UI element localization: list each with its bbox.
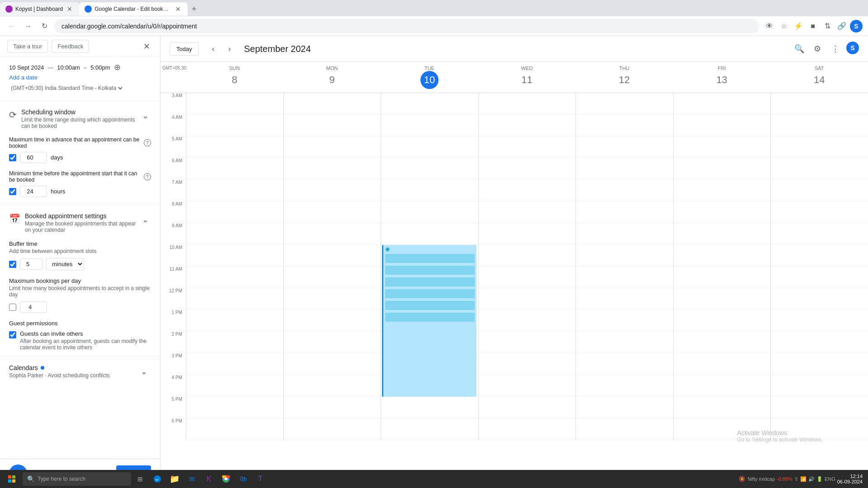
guests-invite-checkbox[interactable] [9,331,16,338]
time-slot-3pm: 3 PM [160,353,186,375]
tab-title-kopyst: Kopyst | Dashboard [15,6,63,12]
taskbar-search[interactable]: 🔍 Type here to search [23,472,131,486]
time-separator: — [47,64,53,71]
tab-kopyst[interactable]: Kopyst | Dashboard ✕ [0,2,79,16]
cal-next-button[interactable]: › [222,42,237,56]
speaker-icon[interactable]: 🔊 [808,476,815,482]
start-button[interactable] [2,471,22,487]
tab-gcal[interactable]: Google Calendar - Edit bookab... ✕ [79,2,188,16]
cal-profile-avatar[interactable]: S [846,42,859,54]
timezone-select[interactable]: (GMT+05:30) India Standard Time - Kolkat… [9,83,124,94]
profile-avatar[interactable]: S [850,20,863,33]
edge-browser-icon[interactable] [149,471,165,487]
max-bookings-checkbox[interactable] [9,304,16,311]
cal-col-mon [283,93,381,440]
chevron-up-icon[interactable]: ⇧ [794,476,798,482]
time-range-end: 5:00pm [90,64,110,71]
cal-day-wed: WED 11 [478,62,576,93]
settings-icon[interactable]: ⚙ [810,42,825,56]
take-tour-button[interactable]: Take a tour [7,40,48,53]
tab-close-gcal[interactable]: ✕ [174,5,182,13]
file-explorer-icon[interactable]: 📁 [166,471,183,487]
cal-prev-button[interactable]: ‹ [206,42,221,56]
min-before-group: Minimum time before the appointment star… [0,167,160,201]
buffer-time-subtitle: Add time between appointment slots [9,248,151,254]
sync-icon[interactable]: ⇅ [821,20,834,33]
cal-header: Today ‹ › September 2024 🔍 ⚙ ⋮ S [160,36,868,62]
cal-day-tue: TUE 10 [381,62,478,93]
new-tab-button[interactable]: + [188,3,200,15]
max-bookings-subtitle: Limit how many booked appointments to ac… [9,285,151,298]
add-time-button[interactable]: ⊕ [114,62,121,72]
min-before-input[interactable] [20,186,47,197]
calendar-area: Today ‹ › September 2024 🔍 ⚙ ⋮ S GMT+05:… [160,36,868,488]
svg-rect-2 [8,479,11,483]
buffer-time-input[interactable] [20,258,42,270]
address-input[interactable] [54,19,760,33]
svg-point-4 [154,475,161,483]
cal-header-actions: 🔍 ⚙ ⋮ S [792,42,859,56]
chrome-icon[interactable] [218,471,234,487]
notification-icon: 🔕 [739,476,745,482]
booked-settings-title: Booked appointment settings [25,212,140,220]
extension-icon-2[interactable]: ■ [807,20,819,33]
network-icon[interactable]: 📶 [800,476,807,482]
main-layout: Take a tour Feedback ✕ 10 Sept 2024 — 10… [0,36,868,488]
time-slot-4am: 4 AM [160,115,186,136]
buffer-time-unit-select[interactable]: minutes hours [46,258,84,270]
clock-date: 06-09-2024 [837,479,863,484]
star-icon[interactable]: ☆ [778,20,790,33]
guest-permissions-title: Guest permissions [9,320,151,327]
feedback-button[interactable]: Feedback [52,40,89,53]
cal-time-col: 3 AM 4 AM 5 AM 6 AM 7 AM 8 AM 9 AM 10 AM… [160,93,186,440]
teams-icon[interactable]: T [252,471,269,487]
extensions-icon[interactable]: ⚡ [792,20,805,33]
min-before-help-icon[interactable]: ? [144,173,151,180]
time-slot-2pm: 2 PM [160,332,186,353]
min-before-unit: hours [51,188,66,195]
cal-day-mon: MON 9 [283,62,381,93]
refresh-button[interactable]: ↻ [38,20,51,33]
mail-icon[interactable]: ✉ [184,471,200,487]
date-row: 10 Sept 2024 — 10:00am – 5:00pm ⊕ [9,62,151,72]
guests-invite-option: Guests can invite others After booking a… [9,330,151,351]
eye-icon[interactable]: 👁 [763,20,776,33]
grid-icon[interactable]: ⋮ [828,42,843,56]
min-before-checkbox[interactable] [9,188,16,195]
search-icon: 🔍 [27,475,35,483]
taskbar-search-text: Type here to search [38,476,85,482]
tab-icon-gcal [85,5,92,13]
tab-bar: Kopyst | Dashboard ✕ Google Calendar - E… [0,0,868,16]
forward-button[interactable]: → [22,20,34,33]
scheduling-window-header: ⟳ Scheduling window Limit the time range… [0,103,160,133]
booked-settings-expand[interactable]: ⌄ [140,212,151,227]
max-advance-input[interactable] [20,152,47,163]
scheduling-window-expand[interactable]: ⌄ [139,108,151,123]
svg-rect-3 [12,479,15,483]
buffer-time-checkbox[interactable] [9,261,16,268]
time-dash: – [84,64,87,71]
svg-rect-1 [12,475,15,479]
store-icon[interactable]: 🛍 [235,471,251,487]
search-icon[interactable]: 🔍 [792,42,807,56]
today-button[interactable]: Today [170,42,199,56]
cal-event-block[interactable]: ◉ [382,245,476,397]
cal-col-fri [673,93,771,440]
max-bookings-input-row [9,301,151,313]
cal-day-sun: SUN 8 [186,62,283,93]
calendars-expand[interactable]: ⌄ [137,364,151,379]
share-icon[interactable]: 🔗 [835,20,848,33]
cal-body: 3 AM 4 AM 5 AM 6 AM 7 AM 8 AM 9 AM 10 AM… [160,93,868,488]
back-button[interactable]: ← [5,20,18,33]
cal-nav: ‹ › [206,42,237,56]
add-date-link[interactable]: Add a date [9,72,151,83]
taskbar-clock[interactable]: 12:14 06-09-2024 [837,474,863,484]
max-advance-help-icon[interactable]: ? [144,139,151,146]
battery-icon[interactable]: 🔋 [816,476,823,482]
close-panel-button[interactable]: ✕ [140,40,153,53]
max-advance-checkbox[interactable] [9,154,16,161]
task-view-button[interactable]: ⊞ [132,471,148,487]
kopyst-icon[interactable]: K [201,471,217,487]
tab-close-kopyst[interactable]: ✕ [66,5,74,13]
max-bookings-input[interactable] [20,301,47,313]
